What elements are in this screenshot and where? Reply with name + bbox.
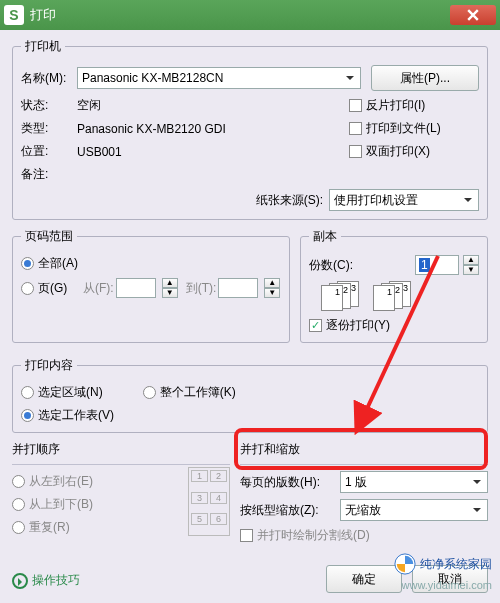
close-icon [467, 9, 479, 21]
duplex-label: 双面打印(X) [366, 143, 430, 160]
content-group: 打印内容 选定区域(N) 整个工作簿(K) 选定工作表(V) [12, 357, 488, 433]
radio-icon [12, 498, 25, 511]
ok-button[interactable]: 确定 [326, 565, 402, 593]
checkbox-icon [349, 99, 362, 112]
type-value: Panasonic KX-MB2120 GDI [77, 122, 349, 136]
copies-legend: 副本 [309, 228, 341, 245]
checkbox-icon [240, 529, 253, 542]
range-all-label: 全部(A) [38, 255, 78, 272]
order-repeat-label: 重复(R) [29, 519, 70, 536]
order-group: 并打顺序 从左到右(E) 从上到下(B) 重复(R) [12, 441, 230, 544]
order-tb-radio: 从上到下(B) [12, 496, 178, 513]
range-legend: 页码范围 [21, 228, 77, 245]
copies-spinner[interactable]: ▲▼ [463, 255, 479, 275]
perpage-label: 每页的版数(H): [240, 474, 340, 491]
to-spinner[interactable]: ▲▼ [264, 278, 280, 298]
radio-icon [12, 475, 25, 488]
duplex-checkbox[interactable]: 双面打印(X) [349, 143, 479, 160]
order-repeat-radio: 重复(R) [12, 519, 178, 536]
from-label: 从(F): [83, 280, 114, 297]
printer-properties-button[interactable]: 属性(P)... [371, 65, 479, 91]
to-label: 到(T): [186, 280, 217, 297]
scale-group: 并打和缩放 每页的版数(H): 1 版 按纸型缩放(Z): 无缩放 并打时绘制分… [240, 441, 488, 544]
order-preview-icon: 123456 [188, 467, 230, 536]
perpage-select[interactable]: 1 版 [340, 471, 488, 493]
to-input[interactable] [218, 278, 258, 298]
where-value: USB001 [77, 145, 349, 159]
radio-icon [21, 409, 34, 422]
watermark-url: www.yidaimei.com [402, 579, 492, 591]
content-selection-radio[interactable]: 选定区域(N) [21, 384, 103, 401]
range-group: 页码范围 全部(A) 页(G) 从(F): ▲▼ 到(T): ▲▼ [12, 228, 290, 343]
app-icon: S [4, 5, 24, 25]
window-title: 打印 [30, 6, 56, 24]
reverse-label: 反片打印(I) [366, 97, 425, 114]
order-heading: 并打顺序 [12, 441, 230, 458]
papersource-label: 纸张来源(S): [256, 192, 323, 209]
watermark-brand: 纯净系统家园 [394, 553, 492, 575]
from-spinner[interactable]: ▲▼ [162, 278, 178, 298]
checkbox-icon [309, 319, 322, 332]
reverse-print-checkbox[interactable]: 反片打印(I) [349, 97, 479, 114]
printer-name-value: Panasonic KX-MB2128CN [82, 71, 223, 85]
comment-label: 备注: [21, 166, 77, 183]
range-pages-label: 页(G) [38, 280, 67, 297]
content-workbook-label: 整个工作簿(K) [160, 384, 236, 401]
print-to-file-checkbox[interactable]: 打印到文件(L) [349, 120, 479, 137]
drawlines-checkbox: 并打时绘制分割线(D) [240, 527, 488, 544]
content-selection-label: 选定区域(N) [38, 384, 103, 401]
status-value: 空闲 [77, 97, 349, 114]
radio-icon [12, 521, 25, 534]
watermark-logo-icon [394, 553, 416, 575]
printer-legend: 打印机 [21, 38, 65, 55]
copies-group: 副本 份数(C): 1 ▲▼ 321 321 逐份打印(Y) [300, 228, 488, 343]
tips-label: 操作技巧 [32, 572, 80, 589]
printer-name-label: 名称(M): [21, 70, 77, 87]
content-workbook-radio[interactable]: 整个工作簿(K) [143, 384, 236, 401]
collate-preview: 321 321 [321, 281, 479, 311]
printer-properties-label: 属性(P)... [400, 70, 450, 87]
content-sheet-radio[interactable]: 选定工作表(V) [21, 407, 114, 424]
radio-icon [21, 257, 34, 270]
printer-name-select[interactable]: Panasonic KX-MB2128CN [77, 67, 361, 89]
printer-group: 打印机 名称(M): Panasonic KX-MB2128CN 属性(P)..… [12, 38, 488, 220]
range-pages-radio[interactable]: 页(G) [21, 280, 83, 297]
checkbox-icon [349, 122, 362, 135]
ok-label: 确定 [352, 571, 376, 588]
watermark-text: 纯净系统家园 [420, 556, 492, 573]
scale-heading: 并打和缩放 [240, 441, 488, 458]
zoom-label: 按纸型缩放(Z): [240, 502, 340, 519]
range-all-radio[interactable]: 全部(A) [21, 255, 78, 272]
content-legend: 打印内容 [21, 357, 77, 374]
copies-input[interactable]: 1 [415, 255, 459, 275]
play-icon [12, 573, 28, 589]
type-label: 类型: [21, 120, 77, 137]
copies-value: 1 [419, 258, 430, 272]
close-button[interactable] [450, 5, 496, 25]
content-sheet-label: 选定工作表(V) [38, 407, 114, 424]
from-input[interactable] [116, 278, 156, 298]
radio-icon [21, 386, 34, 399]
where-label: 位置: [21, 143, 77, 160]
order-lr-radio: 从左到右(E) [12, 473, 178, 490]
order-tb-label: 从上到下(B) [29, 496, 93, 513]
drawlines-label: 并打时绘制分割线(D) [257, 527, 370, 544]
collate-label: 逐份打印(Y) [326, 317, 390, 334]
tips-link[interactable]: 操作技巧 [12, 572, 80, 589]
zoom-value: 无缩放 [345, 502, 381, 519]
checkbox-icon [349, 145, 362, 158]
status-label: 状态: [21, 97, 77, 114]
radio-icon [143, 386, 156, 399]
collate-checkbox[interactable]: 逐份打印(Y) [309, 317, 390, 334]
order-lr-label: 从左到右(E) [29, 473, 93, 490]
papersource-select[interactable]: 使用打印机设置 [329, 189, 479, 211]
papersource-value: 使用打印机设置 [334, 192, 418, 209]
perpage-value: 1 版 [345, 474, 367, 491]
radio-icon [21, 282, 34, 295]
tofile-label: 打印到文件(L) [366, 120, 441, 137]
copies-count-label: 份数(C): [309, 257, 353, 274]
zoom-select[interactable]: 无缩放 [340, 499, 488, 521]
